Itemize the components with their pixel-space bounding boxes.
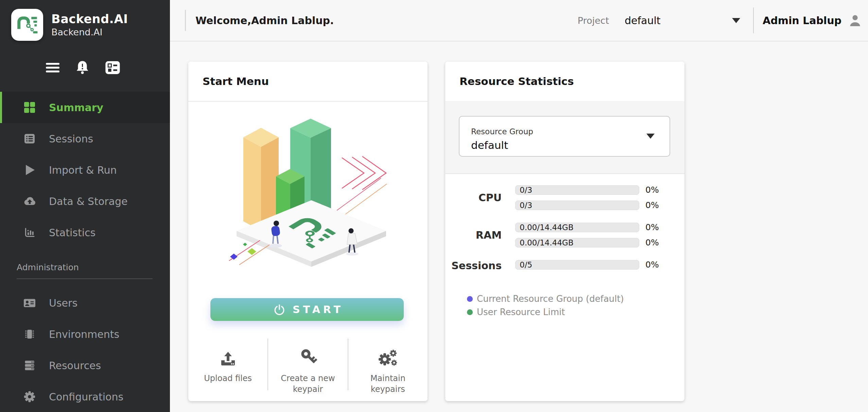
sidebar-admin-nav: Users Environments	[0, 287, 170, 412]
hamburger-icon	[46, 62, 60, 73]
project-select[interactable]: default	[625, 15, 740, 27]
legend-label: Current Resource Group (default)	[477, 294, 624, 304]
sidebar-item-resources[interactable]: Resources	[0, 350, 170, 381]
welcome-block: Welcome,Admin Lablup.	[185, 10, 334, 31]
progress-bar: 0/3	[515, 201, 639, 210]
sidebar-item-label: Import & Run	[49, 164, 117, 176]
gauge-name: CPU	[445, 192, 502, 204]
action-label: Create a new keypair	[280, 373, 336, 395]
resource-statistics-title: Resource Statistics	[459, 75, 574, 87]
brand-subtitle: Backend.AI	[51, 27, 128, 37]
resource-group-select[interactable]: Resource Group default	[459, 116, 670, 157]
id-card-icon	[23, 297, 36, 309]
server-stack-icon	[23, 359, 36, 372]
gauge-row: 0/3 0%	[515, 185, 659, 195]
action-label: Maintain keypairs	[364, 373, 412, 395]
gauge-row: 0.00/14.44GB 0%	[515, 222, 659, 232]
progress-bar-text: 0/3	[520, 186, 532, 194]
gauge-ram: RAM 0.00/14.44GB 0% 0.00/14.44GB 0%	[445, 222, 684, 247]
sidebar-item-configurations[interactable]: Configurations	[0, 381, 170, 412]
progress-bar-text: 0.00/14.44GB	[520, 223, 573, 232]
sidebar-item-sessions[interactable]: Sessions	[0, 123, 170, 154]
chevron-down-icon	[646, 134, 655, 139]
sessions-list-icon	[23, 133, 36, 145]
start-menu-header: Start Menu	[188, 62, 428, 102]
start-button-label: START	[293, 304, 344, 315]
summary-grid-icon	[23, 101, 36, 114]
sidebar-item-label: Environments	[49, 328, 119, 340]
topbar-vertical-divider	[753, 7, 754, 33]
progress-percent: 0%	[645, 222, 659, 232]
resource-statistics-card: Resource Statistics Resource Group defau…	[445, 62, 684, 401]
sidebar-item-summary[interactable]: Summary	[0, 92, 170, 123]
upload-icon	[219, 339, 237, 367]
topbar-right: Project default Admin Lablup	[578, 7, 868, 33]
resource-group-label: Resource Group	[471, 127, 670, 136]
create-keypair-action[interactable]: Create a new keypair	[268, 333, 347, 395]
resource-group-band: Resource Group default	[445, 101, 684, 174]
progress-percent: 0%	[645, 260, 659, 270]
action-label: Upload files	[204, 373, 252, 384]
start-button[interactable]: START	[210, 298, 404, 321]
sidebar-item-label: Data & Storage	[49, 195, 127, 207]
start-menu-actions: Upload files Create a new keypair	[188, 333, 428, 395]
brand-title: Backend.AI	[51, 12, 128, 26]
brand: Backend.AI Backend.AI	[0, 0, 170, 41]
sidebar-item-import-run[interactable]: Import & Run	[0, 154, 170, 186]
upload-files-action[interactable]: Upload files	[188, 333, 267, 395]
menu-toggle-button[interactable]	[46, 62, 60, 73]
gears-icon	[378, 339, 398, 367]
project-label: Project	[578, 15, 609, 26]
isometric-illustration	[209, 119, 406, 268]
sidebar-toolbar	[46, 59, 170, 76]
person-icon	[849, 14, 861, 27]
gauge-name: RAM	[445, 229, 502, 241]
legend-dot-user-resource-limit	[467, 309, 473, 315]
key-icon	[299, 339, 317, 367]
progress-bar: 0/5	[515, 260, 639, 270]
sidebar: Backend.AI Backend.AI	[0, 0, 170, 412]
legend-item: Current Resource Group (default)	[467, 294, 624, 304]
start-menu-illustration	[209, 119, 406, 268]
backend-ai-logo	[11, 9, 43, 41]
sidebar-item-environments[interactable]: Environments	[0, 319, 170, 350]
task-list-icon	[105, 61, 120, 74]
progress-percent: 0%	[645, 185, 659, 195]
gauge-row: 0.00/14.44GB 0%	[515, 238, 659, 247]
resource-statistics-header: Resource Statistics	[445, 62, 684, 102]
chevron-down-icon	[732, 18, 740, 23]
progress-bar-text: 0/5	[520, 260, 532, 269]
task-panel-button[interactable]	[105, 61, 120, 74]
sidebar-item-label: Configurations	[49, 391, 123, 403]
gauge-sessions: Sessions 0/5 0%	[445, 260, 684, 272]
gauge-legend: Current Resource Group (default) User Re…	[467, 291, 624, 317]
user-name: Admin Lablup	[763, 15, 841, 27]
progress-percent: 0%	[645, 238, 659, 247]
notifications-button[interactable]	[76, 60, 89, 75]
sidebar-item-label: Summary	[49, 102, 103, 114]
legend-item: User Resource Limit	[467, 307, 624, 317]
progress-bar-text: 0.00/14.44GB	[520, 238, 573, 247]
sidebar-item-users[interactable]: Users	[0, 287, 170, 319]
sidebar-item-label: Resources	[49, 360, 101, 372]
power-icon	[274, 304, 285, 315]
sidebar-item-data-storage[interactable]: Data & Storage	[0, 186, 170, 217]
maintain-keypairs-action[interactable]: Maintain keypairs	[348, 333, 428, 395]
progress-bar: 0.00/14.44GB	[515, 238, 639, 247]
sidebar-item-statistics[interactable]: Statistics	[0, 217, 170, 248]
legend-dot-current-resource-group	[467, 296, 473, 302]
sidebar-item-label: Users	[49, 297, 77, 309]
progress-bar: 0/3	[515, 185, 639, 195]
sidebar-item-label: Statistics	[49, 227, 96, 239]
bar-chart-icon	[23, 226, 36, 239]
topbar: Welcome,Admin Lablup. Project default Ad…	[170, 0, 868, 41]
play-icon	[23, 164, 36, 176]
project-value: default	[625, 15, 661, 27]
start-menu-title: Start Menu	[203, 75, 269, 87]
progress-bar: 0.00/14.44GB	[515, 223, 639, 232]
chip-icon	[23, 328, 36, 341]
legend-label: User Resource Limit	[477, 307, 565, 317]
gear-icon	[23, 390, 36, 403]
gauge-name: Sessions	[445, 260, 502, 272]
user-menu-button[interactable]	[849, 14, 861, 27]
